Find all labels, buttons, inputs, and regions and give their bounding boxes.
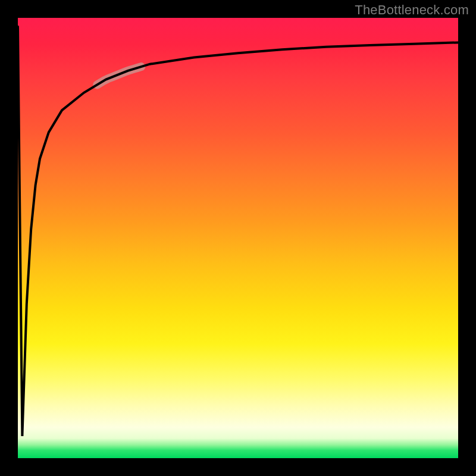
chart-stage: TheBottleneck.com	[0, 0, 476, 476]
curve-line	[18, 27, 458, 436]
curve-svg	[18, 18, 458, 458]
plot-area	[18, 18, 458, 458]
watermark-text: TheBottleneck.com	[355, 2, 469, 18]
